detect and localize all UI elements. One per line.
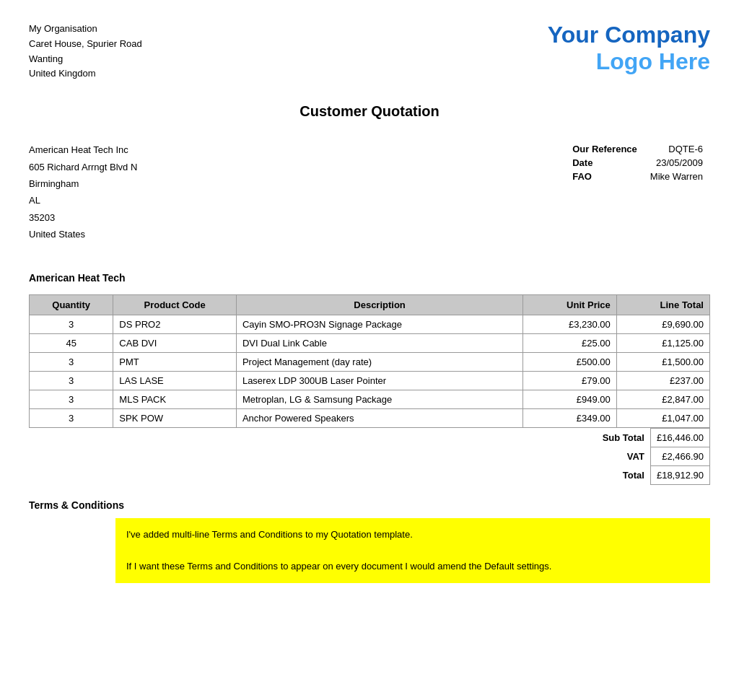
cell-quantity: 3 (30, 390, 113, 408)
bill-to-address1: 605 Richard Arrngt Blvd N (29, 159, 137, 175)
cell-quantity: 3 (30, 371, 113, 390)
our-ref-label: Our Reference (567, 143, 643, 155)
total-value: £18,912.90 (650, 465, 709, 484)
table-row: 3 SPK POW Anchor Powered Speakers £349.0… (30, 408, 710, 427)
logo-placeholder: Your Company Logo Here (548, 22, 710, 75)
bill-to-city: Birmingham (29, 175, 137, 192)
cell-product-code: SPK POW (113, 408, 237, 427)
cell-line-total: £237.00 (616, 371, 709, 390)
cell-line-total: £2,847.00 (616, 390, 709, 408)
bill-to-company: American Heat Tech Inc (29, 141, 137, 158)
bill-to-zip: 35203 (29, 209, 137, 226)
logo-line1: Your Company (548, 22, 710, 48)
section-title: American Heat Tech (29, 272, 710, 284)
cell-unit-price: £500.00 (523, 352, 617, 371)
org-address-line1: Caret House, Spurier Road (29, 37, 142, 52)
cell-product-code: LAS LASE (113, 371, 237, 390)
cell-unit-price: £79.00 (523, 371, 617, 390)
cell-product-code: DS PRO2 (113, 315, 237, 333)
bill-to-country: United States (29, 226, 137, 242)
references-table: Our Reference DQTE-6 Date 23/05/2009 FAO… (565, 141, 710, 184)
cell-product-code: MLS PACK (113, 390, 237, 408)
cell-quantity: 3 (30, 352, 113, 371)
org-address-line3: United Kingdom (29, 66, 142, 82)
sub-total-row: Sub Total £16,446.00 (29, 428, 710, 447)
org-name: My Organisation (29, 22, 142, 37)
org-address: My Organisation Caret House, Spurier Roa… (29, 22, 142, 82)
table-row: 3 LAS LASE Laserex LDP 300UB Laser Point… (30, 371, 710, 390)
col-header-quantity: Quantity (30, 294, 113, 315)
terms-content: I've added multi-line Terms and Conditio… (115, 518, 710, 583)
table-row: 3 PMT Project Management (day rate) £500… (30, 352, 710, 371)
sub-total-value: £16,446.00 (650, 428, 709, 447)
col-header-description: Description (236, 294, 522, 315)
cell-quantity: 3 (30, 408, 113, 427)
cell-unit-price: £349.00 (523, 408, 617, 427)
table-row: 3 MLS PACK Metroplan, LG & Samsung Packa… (30, 390, 710, 408)
cell-line-total: £1,125.00 (616, 333, 709, 352)
total-label: Total (29, 465, 650, 484)
terms-line1: I've added multi-line Terms and Conditio… (126, 527, 699, 543)
cell-unit-price: £25.00 (523, 333, 617, 352)
date-value: 23/05/2009 (644, 157, 709, 169)
ref-row-date: Date 23/05/2009 (567, 157, 709, 169)
cell-quantity: 3 (30, 315, 113, 333)
col-header-product-code: Product Code (113, 294, 237, 315)
bill-to-address: American Heat Tech Inc 605 Richard Arrng… (29, 141, 137, 242)
document-title: Customer Quotation (29, 103, 710, 120)
cell-quantity: 45 (30, 333, 113, 352)
fao-label: FAO (567, 170, 643, 183)
table-row: 45 CAB DVI DVI Dual Link Cable £25.00 £1… (30, 333, 710, 352)
items-table: Quantity Product Code Description Unit P… (29, 294, 710, 428)
vat-label: VAT (29, 447, 650, 465)
cell-description: Cayin SMO-PRO3N Signage Package (236, 315, 522, 333)
terms-section: Terms & Conditions I've added multi-line… (29, 499, 710, 583)
date-label: Date (567, 157, 643, 169)
fao-value: Mike Warren (644, 170, 709, 183)
cell-product-code: CAB DVI (113, 333, 237, 352)
logo-line2: Logo Here (548, 48, 710, 75)
cell-description: Laserex LDP 300UB Laser Pointer (236, 371, 522, 390)
bill-to-state: AL (29, 192, 137, 209)
total-row: Total £18,912.90 (29, 465, 710, 484)
org-address-line2: Wanting (29, 52, 142, 67)
terms-title: Terms & Conditions (29, 499, 710, 511)
terms-line2: If I want these Terms and Conditions to … (126, 559, 699, 574)
bill-ref-section: American Heat Tech Inc 605 Richard Arrng… (29, 141, 710, 242)
cell-line-total: £1,047.00 (616, 408, 709, 427)
references-block: Our Reference DQTE-6 Date 23/05/2009 FAO… (565, 141, 710, 242)
ref-row-fao: FAO Mike Warren (567, 170, 709, 183)
cell-line-total: £1,500.00 (616, 352, 709, 371)
cell-description: DVI Dual Link Cable (236, 333, 522, 352)
cell-unit-price: £3,230.00 (523, 315, 617, 333)
col-header-unit-price: Unit Price (523, 294, 617, 315)
cell-unit-price: £949.00 (523, 390, 617, 408)
cell-description: Anchor Powered Speakers (236, 408, 522, 427)
header-section: My Organisation Caret House, Spurier Roa… (29, 22, 710, 82)
totals-table: Sub Total £16,446.00 VAT £2,466.90 Total… (29, 428, 710, 485)
ref-row-our-ref: Our Reference DQTE-6 (567, 143, 709, 155)
vat-value: £2,466.90 (650, 447, 709, 465)
vat-row: VAT £2,466.90 (29, 447, 710, 465)
cell-line-total: £9,690.00 (616, 315, 709, 333)
cell-product-code: PMT (113, 352, 237, 371)
table-header-row: Quantity Product Code Description Unit P… (30, 294, 710, 315)
sub-total-label: Sub Total (29, 428, 650, 447)
table-row: 3 DS PRO2 Cayin SMO-PRO3N Signage Packag… (30, 315, 710, 333)
col-header-line-total: Line Total (616, 294, 709, 315)
cell-description: Metroplan, LG & Samsung Package (236, 390, 522, 408)
our-ref-value: DQTE-6 (644, 143, 709, 155)
cell-description: Project Management (day rate) (236, 352, 522, 371)
